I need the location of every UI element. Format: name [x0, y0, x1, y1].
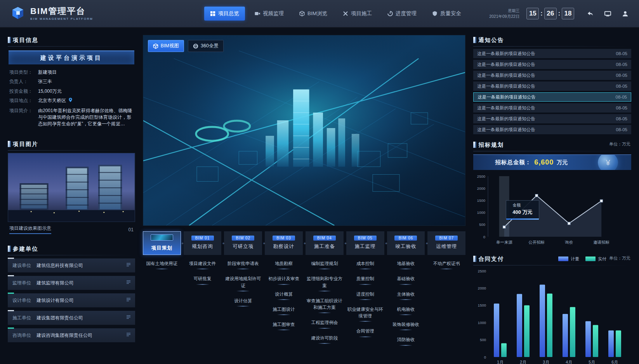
bim-viewport[interactable]: BIM视图 360全景 — [143, 35, 465, 226]
stage-task[interactable]: 国有土地使用证 — [146, 260, 177, 269]
bidding-total-banner: 招标总金额： 6,600 万元 ¥ — [473, 154, 631, 170]
stage-task[interactable]: 质量控制 — [356, 276, 374, 284]
stage-tab-施工监理[interactable]: BIM 05施工监理 — [346, 231, 384, 255]
stage-task[interactable]: 设计概算 — [275, 291, 293, 300]
stage-task[interactable]: 施工图审查 — [273, 321, 295, 330]
panorama-360-button[interactable]: 360全景 — [188, 40, 224, 52]
stage-task[interactable]: 装饰装修验收 — [392, 321, 419, 330]
project-photo[interactable] — [8, 153, 135, 222]
notice-row[interactable]: 这是一条最新的项目通知公告08-05 — [473, 71, 631, 80]
stage-items-竣工验收: 地基验收基础验收主体验收机电验收装饰装修验收消防验收 — [387, 260, 425, 346]
unit-detail-icon[interactable] — [126, 262, 131, 269]
stage-task[interactable]: 设计估算 — [234, 298, 252, 307]
stage-task[interactable]: 主体验收 — [397, 291, 415, 300]
stage-task[interactable]: 阶段审批申请表 — [227, 260, 259, 269]
unit-row-建设单位[interactable]: 建设单位 建筑信息科技有限公司 — [8, 258, 135, 272]
svg-text:0: 0 — [484, 355, 486, 359]
stage-items-施工准备: 编制监理规划监理细则和专业方案审查施工组织设计和施工方案工程监理例会建设许可阶段 — [306, 260, 344, 346]
nav-tab-质量安全[interactable]: 质量安全 — [426, 7, 467, 21]
stage-task[interactable]: 地基验收 — [397, 260, 415, 269]
unit-detail-icon[interactable] — [126, 297, 131, 304]
stage-tab-规划咨询[interactable]: BIM 01规划咨询 — [184, 231, 222, 255]
logo-cube-icon — [10, 6, 26, 21]
nav-tab-项目施工[interactable]: 项目施工 — [337, 7, 378, 21]
location-icon[interactable] — [68, 97, 73, 104]
stage-tab-勘察设计[interactable]: BIM 03勘察设计 — [265, 231, 303, 255]
stage-task[interactable]: 机电验收 — [397, 306, 415, 315]
stage-task[interactable]: 建设用地规划许可证 — [224, 276, 262, 291]
center-stage: BIM视图 360全景 项目策划BIM 01规划咨询BIM 02可研立项BIM … — [143, 35, 465, 357]
notice-row[interactable]: 这是一条最新的项目通知公告08-05 — [473, 114, 631, 123]
panel-bidding: 招标规划 单位：万元 招标总金额： 6,600 万元 ¥ 05001000150… — [473, 140, 631, 248]
stage-tab-可研立项[interactable]: BIM 02可研立项 — [224, 231, 262, 255]
stage-task[interactable]: 消防验收 — [397, 336, 415, 345]
stage-task[interactable]: 不动产权证书 — [433, 260, 460, 269]
user-icon[interactable] — [622, 10, 629, 17]
stage-task[interactable]: 合同管理 — [356, 328, 374, 337]
stage-task[interactable]: 可研批复 — [194, 276, 212, 284]
nav-tab-项目总览[interactable]: 项目总览 — [204, 7, 245, 21]
bidding-line-chart[interactable]: 05001000150020002500单一来源公开招标询价邀请招标 — [473, 172, 631, 248]
notice-row[interactable]: 这是一条最新的项目通知公告08-05 — [473, 103, 631, 113]
stage-badge: BIM 01 — [191, 236, 214, 241]
stage-tab-施工准备[interactable]: BIM 04施工准备 — [306, 231, 344, 255]
stage-task[interactable]: 初步设计及审查 — [268, 276, 300, 284]
stage-tabs: 项目策划BIM 01规划咨询BIM 02可研立项BIM 03勘察设计BIM 04… — [143, 231, 465, 255]
notice-row[interactable]: 这是一条最新的项目通知公告08-05 — [473, 81, 631, 91]
right-sidebar: 通知公告 这是一条最新的项目通知公告08-05这是一条最新的项目通知公告08-0… — [473, 35, 631, 357]
tooltip-value: 400 万元 — [512, 209, 532, 216]
chart-tooltip: 金额 400 万元 — [506, 200, 539, 219]
unit-detail-icon[interactable] — [126, 332, 131, 339]
units-list: 建设单位 建筑信息科技有限公司 监理单位 建筑监理有限公司 设计单位 建筑设计有… — [8, 258, 135, 342]
nav-tab-BIM浏览[interactable]: BIM浏览 — [293, 7, 333, 21]
project-name: 建设平台演示项目 — [40, 54, 102, 62]
stage-task[interactable]: 建设许可阶段 — [311, 335, 338, 344]
screenshot-icon[interactable] — [604, 10, 611, 17]
stage-tab-项目策划[interactable]: 项目策划 — [143, 231, 181, 255]
stage-task[interactable]: 监理细则和专业方案 — [306, 276, 343, 291]
section-marker — [8, 141, 10, 147]
stage-task-columns: 国有土地使用证项目建设文件可研批复阶段审批申请表建设用地规划许可证设计估算地质勘… — [143, 255, 465, 346]
stage-task[interactable]: 基础验收 — [397, 276, 415, 284]
unit-detail-icon[interactable] — [126, 314, 131, 321]
notice-row[interactable]: 这是一条最新的项目通知公告08-05 — [473, 49, 631, 58]
payment-bar-chart[interactable]: 050010001500200025001月2月3月4月5月6月 — [473, 266, 631, 364]
building-render-image — [8, 153, 135, 222]
nav-tab-视频监理[interactable]: 视频监理 — [249, 7, 290, 21]
unit-row-监理单位[interactable]: 监理单位 建筑监理有限公司 — [8, 276, 135, 290]
stage-task[interactable]: 项目建设文件 — [189, 260, 216, 269]
datetime-display: 星期三 2021年09月22日 — [489, 8, 519, 19]
info-field: 负责人：张三丰 — [9, 78, 134, 85]
unit-row-咨询单位[interactable]: 咨询单位 建设咨询集团有限责任公司 — [8, 328, 135, 342]
stage-task[interactable]: 工程监理例会 — [311, 319, 338, 328]
stage-task[interactable]: 职业健康安全与环境管理 — [347, 306, 384, 322]
stage-tab-运维管理[interactable]: BIM 07运维管理 — [427, 231, 465, 255]
legend-item-实付[interactable]: 实付 — [585, 256, 606, 262]
stage-task[interactable]: 编制监理规划 — [311, 260, 338, 269]
bim-city-render — [143, 35, 465, 225]
undo-icon[interactable] — [587, 10, 594, 17]
bidding-total-value: 6,600 — [534, 158, 554, 166]
stage-task[interactable]: 进度控制 — [356, 291, 374, 300]
notice-row[interactable]: 这是一条最新的项目通知公告08-05 — [473, 92, 631, 102]
unit-row-设计单位[interactable]: 设计单位 建筑设计有限公司 — [8, 293, 135, 307]
unit-row-施工单位[interactable]: 施工单位 建设集团有限责任公司 — [8, 311, 135, 325]
project-title-banner: 建设平台演示项目 — [9, 50, 134, 64]
section-title-notices: 通知公告 — [478, 36, 504, 44]
stage-task[interactable]: 施工图设计 — [273, 306, 295, 315]
stage-task[interactable]: 成本控制 — [356, 260, 374, 269]
photo-index: 01 — [128, 227, 133, 232]
svg-text:2500: 2500 — [477, 174, 485, 179]
clock-minutes: 26 — [544, 8, 557, 19]
stage-task[interactable]: 审查施工组织设计和施工方案 — [306, 298, 343, 314]
stage-task[interactable]: 地质勘察 — [275, 260, 293, 269]
legend-item-计量[interactable]: 计量 — [558, 256, 579, 262]
stage-tab-竣工验收[interactable]: BIM 06竣工验收 — [387, 231, 425, 255]
app-title: BIM管理平台 — [30, 7, 93, 16]
unit-detail-icon[interactable] — [126, 279, 131, 286]
panel-project-info: 项目信息 建设平台演示项目 项目类型：新建项目负责人：张三丰投资金额：15,00… — [8, 35, 135, 133]
notice-row[interactable]: 这是一条最新的项目通知公告08-05 — [473, 125, 631, 134]
bim-view-button[interactable]: BIM视图 — [148, 40, 184, 52]
notice-row[interactable]: 这是一条最新的项目通知公告08-05 — [473, 60, 631, 69]
nav-tab-进度管理[interactable]: 进度管理 — [382, 7, 422, 21]
